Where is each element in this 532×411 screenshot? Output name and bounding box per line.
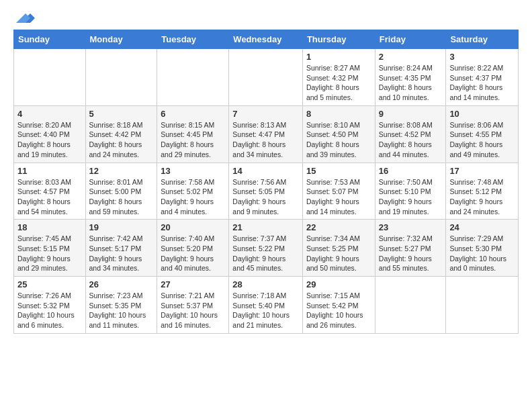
- calendar-cell: [229, 49, 303, 106]
- calendar-cell: 14Sunrise: 7:56 AM Sunset: 5:05 PM Dayli…: [229, 163, 303, 220]
- day-number: 4: [17, 109, 82, 119]
- calendar-cell: 6Sunrise: 8:15 AM Sunset: 4:45 PM Daylig…: [157, 105, 229, 163]
- day-number: 22: [306, 222, 371, 232]
- day-info: Sunrise: 8:18 AM Sunset: 4:42 PM Dayligh…: [89, 120, 154, 160]
- calendar-header-row: SundayMondayTuesdayWednesdayThursdayFrid…: [14, 30, 519, 49]
- calendar-week-row: 18Sunrise: 7:45 AM Sunset: 5:15 PM Dayli…: [14, 220, 519, 277]
- day-number: 29: [306, 279, 371, 289]
- day-number: 19: [89, 222, 154, 232]
- header-wednesday: Wednesday: [229, 30, 303, 49]
- day-number: 16: [379, 166, 443, 176]
- day-info: Sunrise: 7:26 AM Sunset: 5:32 PM Dayligh…: [17, 291, 82, 330]
- calendar-cell: [14, 49, 86, 106]
- day-info: Sunrise: 7:15 AM Sunset: 5:42 PM Dayligh…: [306, 291, 371, 330]
- day-number: 18: [17, 222, 82, 232]
- day-info: Sunrise: 7:53 AM Sunset: 5:07 PM Dayligh…: [306, 177, 371, 217]
- calendar-cell: 9Sunrise: 8:08 AM Sunset: 4:52 PM Daylig…: [375, 105, 446, 163]
- day-info: Sunrise: 8:13 AM Sunset: 4:47 PM Dayligh…: [232, 120, 299, 160]
- day-info: Sunrise: 8:06 AM Sunset: 4:55 PM Dayligh…: [449, 120, 515, 160]
- header-sunday: Sunday: [14, 30, 86, 49]
- calendar-cell: 19Sunrise: 7:42 AM Sunset: 5:17 PM Dayli…: [85, 220, 157, 277]
- day-info: Sunrise: 7:42 AM Sunset: 5:17 PM Dayligh…: [89, 234, 154, 273]
- day-info: Sunrise: 7:50 AM Sunset: 5:10 PM Dayligh…: [379, 177, 443, 217]
- calendar-week-row: 4Sunrise: 8:20 AM Sunset: 4:40 PM Daylig…: [14, 105, 519, 163]
- day-number: 27: [161, 279, 225, 289]
- calendar-cell: 24Sunrise: 7:29 AM Sunset: 5:30 PM Dayli…: [446, 220, 519, 277]
- calendar-cell: 17Sunrise: 7:48 AM Sunset: 5:12 PM Dayli…: [446, 163, 519, 220]
- day-number: 12: [89, 166, 154, 176]
- day-number: 20: [161, 222, 225, 232]
- day-info: Sunrise: 8:24 AM Sunset: 4:35 PM Dayligh…: [379, 63, 443, 103]
- day-info: Sunrise: 7:37 AM Sunset: 5:22 PM Dayligh…: [232, 234, 299, 273]
- day-number: 1: [306, 52, 371, 62]
- day-number: 9: [379, 109, 443, 119]
- calendar-cell: 21Sunrise: 7:37 AM Sunset: 5:22 PM Dayli…: [229, 220, 303, 277]
- day-info: Sunrise: 8:22 AM Sunset: 4:37 PM Dayligh…: [449, 63, 515, 103]
- day-info: Sunrise: 8:10 AM Sunset: 4:50 PM Dayligh…: [306, 120, 371, 160]
- day-info: Sunrise: 7:48 AM Sunset: 5:12 PM Dayligh…: [449, 177, 515, 217]
- logo: [13, 11, 35, 21]
- header-thursday: Thursday: [302, 30, 375, 49]
- day-number: 5: [89, 109, 154, 119]
- calendar-cell: 27Sunrise: 7:21 AM Sunset: 5:37 PM Dayli…: [157, 277, 229, 334]
- calendar-cell: 26Sunrise: 7:23 AM Sunset: 5:35 PM Dayli…: [85, 277, 157, 334]
- calendar-cell: [375, 277, 446, 334]
- calendar-cell: 20Sunrise: 7:40 AM Sunset: 5:20 PM Dayli…: [157, 220, 229, 277]
- day-info: Sunrise: 7:45 AM Sunset: 5:15 PM Dayligh…: [17, 234, 82, 273]
- calendar-cell: [446, 277, 519, 334]
- calendar-cell: 12Sunrise: 8:01 AM Sunset: 5:00 PM Dayli…: [85, 163, 157, 220]
- day-info: Sunrise: 7:18 AM Sunset: 5:40 PM Dayligh…: [232, 291, 299, 330]
- day-number: 3: [449, 52, 515, 62]
- calendar-cell: [85, 49, 157, 106]
- day-number: 15: [306, 166, 371, 176]
- calendar-cell: 1Sunrise: 8:27 AM Sunset: 4:32 PM Daylig…: [302, 49, 375, 106]
- day-number: 21: [232, 222, 299, 232]
- day-number: 25: [17, 279, 82, 289]
- page-header: [13, 11, 519, 21]
- calendar-cell: 10Sunrise: 8:06 AM Sunset: 4:55 PM Dayli…: [446, 105, 519, 163]
- calendar-cell: 22Sunrise: 7:34 AM Sunset: 5:25 PM Dayli…: [302, 220, 375, 277]
- calendar-cell: 5Sunrise: 8:18 AM Sunset: 4:42 PM Daylig…: [85, 105, 157, 163]
- calendar-cell: 7Sunrise: 8:13 AM Sunset: 4:47 PM Daylig…: [229, 105, 303, 163]
- day-number: 8: [306, 109, 371, 119]
- day-info: Sunrise: 7:29 AM Sunset: 5:30 PM Dayligh…: [449, 234, 515, 273]
- calendar-week-row: 25Sunrise: 7:26 AM Sunset: 5:32 PM Dayli…: [14, 277, 519, 334]
- header-monday: Monday: [85, 30, 157, 49]
- calendar-cell: 3Sunrise: 8:22 AM Sunset: 4:37 PM Daylig…: [446, 49, 519, 106]
- day-info: Sunrise: 8:15 AM Sunset: 4:45 PM Dayligh…: [161, 120, 225, 160]
- day-info: Sunrise: 8:08 AM Sunset: 4:52 PM Dayligh…: [379, 120, 443, 160]
- day-info: Sunrise: 7:34 AM Sunset: 5:25 PM Dayligh…: [306, 234, 371, 273]
- header-friday: Friday: [375, 30, 446, 49]
- calendar-week-row: 11Sunrise: 8:03 AM Sunset: 4:57 PM Dayli…: [14, 163, 519, 220]
- day-info: Sunrise: 8:20 AM Sunset: 4:40 PM Dayligh…: [17, 120, 82, 160]
- calendar-cell: 15Sunrise: 7:53 AM Sunset: 5:07 PM Dayli…: [302, 163, 375, 220]
- header-saturday: Saturday: [446, 30, 519, 49]
- calendar-cell: 28Sunrise: 7:18 AM Sunset: 5:40 PM Dayli…: [229, 277, 303, 334]
- day-info: Sunrise: 7:23 AM Sunset: 5:35 PM Dayligh…: [89, 291, 154, 330]
- calendar-cell: 13Sunrise: 7:58 AM Sunset: 5:02 PM Dayli…: [157, 163, 229, 220]
- day-number: 6: [161, 109, 225, 119]
- day-number: 24: [449, 222, 515, 232]
- day-info: Sunrise: 8:01 AM Sunset: 5:00 PM Dayligh…: [89, 177, 154, 217]
- day-number: 11: [17, 166, 82, 176]
- logo-icon: [16, 11, 35, 26]
- calendar-cell: 29Sunrise: 7:15 AM Sunset: 5:42 PM Dayli…: [302, 277, 375, 334]
- day-info: Sunrise: 8:03 AM Sunset: 4:57 PM Dayligh…: [17, 177, 82, 217]
- calendar-table: SundayMondayTuesdayWednesdayThursdayFrid…: [13, 30, 519, 334]
- day-info: Sunrise: 7:32 AM Sunset: 5:27 PM Dayligh…: [379, 234, 443, 273]
- calendar-cell: 18Sunrise: 7:45 AM Sunset: 5:15 PM Dayli…: [14, 220, 86, 277]
- day-number: 13: [161, 166, 225, 176]
- day-number: 28: [232, 279, 299, 289]
- day-number: 17: [449, 166, 515, 176]
- calendar-week-row: 1Sunrise: 8:27 AM Sunset: 4:32 PM Daylig…: [14, 49, 519, 106]
- header-tuesday: Tuesday: [157, 30, 229, 49]
- calendar-cell: 2Sunrise: 8:24 AM Sunset: 4:35 PM Daylig…: [375, 49, 446, 106]
- day-number: 23: [379, 222, 443, 232]
- calendar-cell: 23Sunrise: 7:32 AM Sunset: 5:27 PM Dayli…: [375, 220, 446, 277]
- calendar-cell: 16Sunrise: 7:50 AM Sunset: 5:10 PM Dayli…: [375, 163, 446, 220]
- day-number: 2: [379, 52, 443, 62]
- calendar-cell: 8Sunrise: 8:10 AM Sunset: 4:50 PM Daylig…: [302, 105, 375, 163]
- day-number: 7: [232, 109, 299, 119]
- day-info: Sunrise: 7:58 AM Sunset: 5:02 PM Dayligh…: [161, 177, 225, 217]
- day-info: Sunrise: 8:27 AM Sunset: 4:32 PM Dayligh…: [306, 63, 371, 103]
